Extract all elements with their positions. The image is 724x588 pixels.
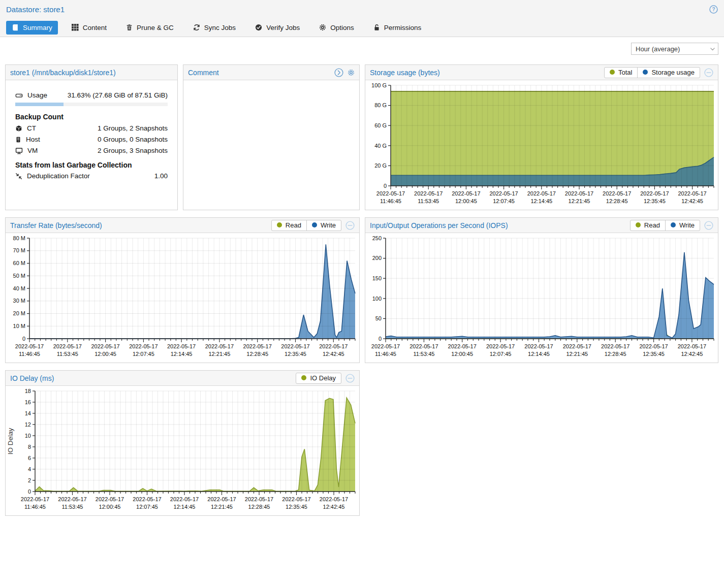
svg-text:12:35:45: 12:35:45 <box>643 351 665 357</box>
datastore-panel-title: store1 (/mnt/backup/disk1/store1) <box>10 69 116 77</box>
svg-text:12:28:45: 12:28:45 <box>248 504 270 510</box>
svg-text:12:21:45: 12:21:45 <box>569 198 590 204</box>
svg-text:80 M: 80 M <box>13 235 25 241</box>
tab-permissions[interactable]: Permissions <box>368 21 427 35</box>
book-icon <box>12 24 19 31</box>
tab-sync-jobs[interactable]: Sync Jobs <box>187 21 241 35</box>
legend-write[interactable]: Write <box>306 220 341 231</box>
svg-text:12:42:45: 12:42:45 <box>323 504 345 510</box>
comment-panel: Comment <box>183 64 360 210</box>
usage-row: Usage 31.63% (27.68 GiB of 87.51 GiB) <box>15 91 168 99</box>
minus-circle-icon[interactable] <box>345 221 355 230</box>
svg-text:12:42:45: 12:42:45 <box>681 198 703 204</box>
legend-read[interactable]: Read <box>271 220 307 231</box>
iops-title: Input/Output Operations per Second (IOPS… <box>370 221 508 230</box>
svg-text:2022-05-17: 2022-05-17 <box>524 343 553 349</box>
transfer_rate-chart-svg: 010 M20 M30 M40 M50 M60 M70 M80 M2022-05… <box>6 233 359 363</box>
dedup-factor-value: 1.00 <box>154 172 168 180</box>
cube-icon <box>15 125 22 132</box>
svg-text:2022-05-17: 2022-05-17 <box>243 343 272 349</box>
svg-text:16: 16 <box>25 399 31 405</box>
trash-icon <box>126 24 133 31</box>
svg-text:11:53:45: 11:53:45 <box>418 198 439 204</box>
svg-text:2022-05-17: 2022-05-17 <box>129 343 158 349</box>
tab-prune-gc[interactable]: Prune & GC <box>120 21 179 35</box>
datastore-summary-panel: store1 (/mnt/backup/disk1/store1) Usage … <box>5 64 178 210</box>
usage-progress-bar <box>15 103 168 106</box>
svg-text:12:21:45: 12:21:45 <box>208 351 230 357</box>
legend-dot <box>312 222 317 227</box>
svg-text:2022-05-17: 2022-05-17 <box>133 496 161 502</box>
comment-body[interactable] <box>183 80 359 210</box>
legend-dot <box>277 222 282 227</box>
backup-count-heading: Backup Count <box>15 113 168 121</box>
svg-text:18: 18 <box>25 388 31 394</box>
svg-text:100: 100 <box>372 296 382 302</box>
svg-text:12:35:45: 12:35:45 <box>644 198 666 204</box>
minus-circle-icon[interactable] <box>345 374 355 383</box>
svg-text:12:07:45: 12:07:45 <box>133 351 154 357</box>
legend-dot <box>671 222 676 227</box>
svg-text:20 M: 20 M <box>13 310 25 316</box>
legend-write[interactable]: Write <box>665 220 700 231</box>
svg-text:12:35:45: 12:35:45 <box>285 351 306 357</box>
svg-text:2022-05-17: 2022-05-17 <box>207 496 236 502</box>
transfer-rate-chart: 010 M20 M30 M40 M50 M60 M70 M80 M2022-05… <box>6 233 359 363</box>
svg-text:50 M: 50 M <box>13 273 25 279</box>
legend-total[interactable]: Total <box>604 67 638 78</box>
svg-text:80 G: 80 G <box>374 102 387 108</box>
svg-text:2022-05-17: 2022-05-17 <box>371 343 400 349</box>
gear-icon[interactable] <box>348 69 355 76</box>
row-label: Host <box>26 136 40 143</box>
legend-io-delay[interactable]: IO Delay <box>296 373 341 384</box>
range-row: Hour (average) <box>0 37 724 60</box>
svg-text:0: 0 <box>379 336 382 342</box>
svg-text:60 G: 60 G <box>374 122 387 128</box>
backup-count-row-ct: CT1 Groups, 2 Snapshots <box>15 124 168 132</box>
svg-text:2022-05-17: 2022-05-17 <box>565 190 593 197</box>
help-icon[interactable]: ? <box>709 5 718 14</box>
svg-text:6: 6 <box>28 455 31 461</box>
row-value: 0 Groups, 0 Snapshots <box>98 136 168 143</box>
iops-chart: 0501001502002502022-05-1711:46:452022-05… <box>365 233 718 363</box>
tab-options[interactable]: Options <box>313 21 360 35</box>
svg-text:12:28:45: 12:28:45 <box>606 198 628 204</box>
tab-verify-jobs[interactable]: Verify Jobs <box>249 21 305 35</box>
svg-text:2022-05-17: 2022-05-17 <box>53 343 82 349</box>
chevron-right-circle-icon[interactable] <box>334 68 343 77</box>
svg-text:0: 0 <box>28 488 31 495</box>
svg-text:2022-05-17: 2022-05-17 <box>91 343 119 349</box>
svg-text:2022-05-17: 2022-05-17 <box>678 190 706 197</box>
io-delay-panel: IO Delay (ms) IO Delay 02468101214161820… <box>5 370 360 516</box>
svg-text:12: 12 <box>25 421 31 428</box>
svg-text:2022-05-17: 2022-05-17 <box>452 190 480 197</box>
time-range-select[interactable]: Hour (average) <box>631 43 718 55</box>
page-title: Datastore: store1 <box>6 5 65 14</box>
minus-circle-icon[interactable] <box>704 68 713 77</box>
server-icon <box>15 136 21 143</box>
minus-circle-icon[interactable] <box>704 221 713 230</box>
svg-text:12:28:45: 12:28:45 <box>246 351 268 357</box>
tab-summary[interactable]: Summary <box>6 21 58 35</box>
legend-read[interactable]: Read <box>630 220 666 231</box>
io-delay-chart: 0246810121416182022-05-1711:46:452022-05… <box>6 386 359 515</box>
svg-text:2022-05-17: 2022-05-17 <box>489 190 518 197</box>
svg-text:2022-05-17: 2022-05-17 <box>603 190 631 197</box>
tab-content[interactable]: Content <box>66 21 112 35</box>
svg-text:150: 150 <box>372 275 382 281</box>
svg-text:0: 0 <box>384 183 387 189</box>
storage-usage-chart: 020 G40 G60 G80 G100 G2022-05-1711:46:45… <box>365 80 718 210</box>
svg-text:8: 8 <box>28 444 31 450</box>
svg-text:12:35:45: 12:35:45 <box>286 504 307 510</box>
svg-text:40 G: 40 G <box>374 143 387 149</box>
svg-text:2022-05-17: 2022-05-17 <box>414 190 443 197</box>
svg-text:11:46:45: 11:46:45 <box>375 351 396 357</box>
svg-text:2022-05-17: 2022-05-17 <box>527 190 556 197</box>
svg-text:2022-05-17: 2022-05-17 <box>448 343 477 349</box>
svg-text:2022-05-17: 2022-05-17 <box>58 496 86 502</box>
svg-text:11:53:45: 11:53:45 <box>57 351 78 357</box>
chevron-down-icon <box>709 46 716 52</box>
svg-text:50: 50 <box>375 315 382 321</box>
legend-storage-usage[interactable]: Storage usage <box>637 67 700 78</box>
check-circle-icon <box>255 24 262 31</box>
